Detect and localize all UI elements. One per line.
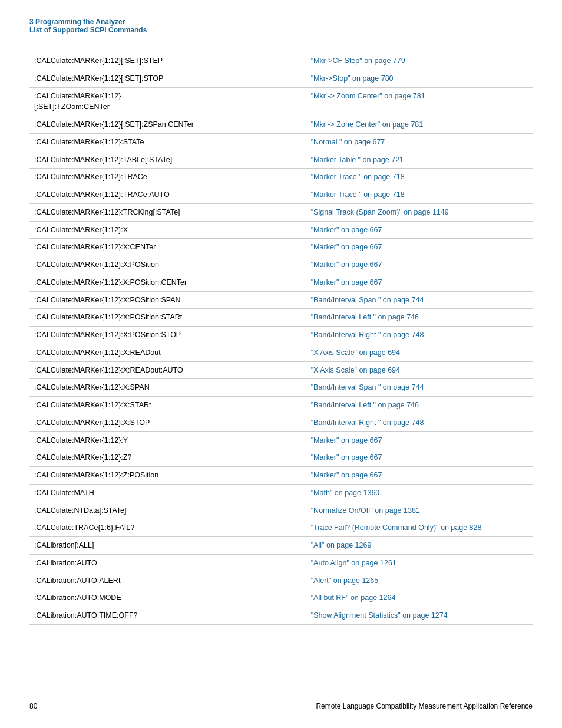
reference-cell[interactable]: "All but RF" on page 1264 (306, 589, 533, 607)
command-cell: :CALibration:AUTO:ALERt (29, 572, 306, 589)
command-cell: :CALCulate:MARKer{1:12}:X:POSition (29, 256, 306, 274)
table-row: :CALCulate:MARKer{1:12}:TRACe:AUTO"Marke… (29, 186, 533, 204)
table-row: :CALibration:AUTO:TIME:OFF?"Show Alignme… (29, 607, 533, 625)
reference-cell[interactable]: "Band/Interval Left " on page 746 (306, 397, 533, 414)
reference-cell[interactable]: "Band/Interval Left " on page 746 (306, 309, 533, 327)
table-row: :CALCulate:MARKer{1:12}:X:SPAN"Band/Inte… (29, 379, 533, 397)
command-cell: :CALCulate:MARKer{1:12} [:SET]:TZOom:CEN… (29, 87, 306, 116)
table-row: :CALCulate:MARKer{1:12}:TABLe[:STATe]"Ma… (29, 151, 533, 169)
breadcrumb-line1: 3 Programming the Analyzer (29, 18, 533, 26)
reference-cell[interactable]: "Marker Trace " on page 718 (306, 169, 533, 186)
table-row: :CALCulate:NTData[:STATe]"Normalize On/O… (29, 502, 533, 519)
table-row: :CALCulate:MARKer{1:12}[:SET]:STOP"Mkr->… (29, 70, 533, 87)
reference-cell[interactable]: "Marker" on page 667 (306, 239, 533, 256)
reference-cell[interactable]: "Auto Align" on page 1261 (306, 554, 533, 572)
reference-cell[interactable]: "Band/Interval Right " on page 748 (306, 327, 533, 344)
command-cell: :CALibration:AUTO (29, 554, 306, 572)
command-cell: :CALCulate:MARKer{1:12}[:SET]:ZSPan:CENT… (29, 116, 306, 134)
table-row: :CALCulate:MARKer{1:12}:X:POSition"Marke… (29, 256, 533, 274)
command-cell: :CALCulate:MARKer{1:12}:X:READout (29, 344, 306, 361)
table-row: :CALCulate:MARKer{1:12}:X:POSition:SPAN"… (29, 291, 533, 309)
command-cell: :CALibration:AUTO:TIME:OFF? (29, 607, 306, 625)
table-row: :CALCulate:MARKer{1:12}:Z:POSition"Marke… (29, 467, 533, 485)
command-cell: :CALCulate:MARKer{1:12}:STATe (29, 133, 306, 151)
reference-cell[interactable]: "Marker" on page 667 (306, 449, 533, 467)
table-row: :CALCulate:MARKer{1:12}:X:POSition:STOP"… (29, 327, 533, 344)
reference-cell[interactable]: "Mkr -> Zone Center" on page 781 (306, 116, 533, 134)
reference-cell[interactable]: "All" on page 1269 (306, 537, 533, 555)
table-row: :CALCulate:TRACe{1:6}:FAIL?"Trace Fail? … (29, 519, 533, 537)
table-row: :CALCulate:MARKer{1:12}:X:CENTer"Marker"… (29, 239, 533, 256)
command-cell: :CALCulate:MARKer{1:12}:X:POSition:STARt (29, 309, 306, 327)
breadcrumb-line2: List of Supported SCPI Commands (29, 26, 533, 34)
reference-cell[interactable]: "Marker" on page 667 (306, 221, 533, 239)
table-row: :CALCulate:MARKer{1:12}:X:READout"X Axis… (29, 344, 533, 361)
footer-right-text: Remote Language Compatibility Measuremen… (316, 702, 533, 710)
table-row: :CALibration:AUTO"Auto Align" on page 12… (29, 554, 533, 572)
reference-cell[interactable]: "Marker" on page 667 (306, 431, 533, 449)
reference-cell[interactable]: "Marker" on page 667 (306, 256, 533, 274)
table-row: :CALCulate:MARKer{1:12}[:SET]:STEP"Mkr->… (29, 52, 533, 70)
command-cell: :CALCulate:MATH (29, 484, 306, 502)
reference-cell[interactable]: "X Axis Scale" on page 694 (306, 344, 533, 361)
reference-cell[interactable]: "Marker" on page 667 (306, 274, 533, 291)
page-number: 80 (29, 702, 37, 710)
reference-cell[interactable]: "Marker Trace " on page 718 (306, 186, 533, 204)
reference-cell[interactable]: "Trace Fail? (Remote Command Only)" on p… (306, 519, 533, 537)
table-row: :CALCulate:MARKer{1:12}:Z?"Marker" on pa… (29, 449, 533, 467)
reference-cell[interactable]: "Math" on page 1360 (306, 484, 533, 502)
table-row: :CALCulate:MARKer{1:12}:X:STOP"Band/Inte… (29, 414, 533, 431)
table-row: :CALCulate:MATH"Math" on page 1360 (29, 484, 533, 502)
command-cell: :CALibration:AUTO:MODE (29, 589, 306, 607)
reference-cell[interactable]: "Alert" on page 1265 (306, 572, 533, 589)
command-cell: :CALCulate:NTData[:STATe] (29, 502, 306, 519)
table-row: :CALCulate:MARKer{1:12}:X:READout:AUTO"X… (29, 361, 533, 379)
reference-cell[interactable]: "Normalize On/Off" on page 1381 (306, 502, 533, 519)
command-cell: :CALCulate:MARKer{1:12}:X:READout:AUTO (29, 361, 306, 379)
command-cell: :CALCulate:MARKer{1:12}:Z:POSition (29, 467, 306, 485)
table-row: :CALCulate:MARKer{1:12}:STATe"Normal " o… (29, 133, 533, 151)
table-row: :CALCulate:MARKer{1:12} [:SET]:TZOom:CEN… (29, 87, 533, 116)
command-cell: :CALCulate:MARKer{1:12}:X (29, 221, 306, 239)
command-cell: :CALCulate:MARKer{1:12}[:SET]:STEP (29, 52, 306, 70)
table-row: :CALCulate:MARKer{1:12}:X:POSition:STARt… (29, 309, 533, 327)
table-row: :CALibration[:ALL]"All" on page 1269 (29, 537, 533, 555)
table-row: :CALCulate:MARKer{1:12}:TRACe"Marker Tra… (29, 169, 533, 186)
command-cell: :CALCulate:MARKer{1:12}:TRACe:AUTO (29, 186, 306, 204)
reference-cell[interactable]: "Band/Interval Span " on page 744 (306, 379, 533, 397)
table-row: :CALCulate:MARKer{1:12}:X:POSition:CENTe… (29, 274, 533, 291)
command-cell: :CALCulate:MARKer{1:12}:TRCKing[:STATe] (29, 203, 306, 221)
table-row: :CALCulate:MARKer{1:12}:TRCKing[:STATe]"… (29, 203, 533, 221)
command-cell: :CALCulate:TRACe{1:6}:FAIL? (29, 519, 306, 537)
command-cell: :CALCulate:MARKer{1:12}:X:POSition:STOP (29, 327, 306, 344)
reference-cell[interactable]: "Band/Interval Right " on page 748 (306, 414, 533, 431)
reference-cell[interactable]: "Mkr -> Zoom Center" on page 781 (306, 87, 533, 116)
command-cell: :CALCulate:MARKer{1:12}:X:SPAN (29, 379, 306, 397)
command-cell: :CALCulate:MARKer{1:12}:TABLe[:STATe] (29, 151, 306, 169)
reference-cell[interactable]: "Mkr->CF Step" on page 779 (306, 52, 533, 70)
command-cell: :CALCulate:MARKer{1:12}:X:STOP (29, 414, 306, 431)
command-cell: :CALCulate:MARKer{1:12}:X:STARt (29, 397, 306, 414)
table-row: :CALCulate:MARKer{1:12}:X"Marker" on pag… (29, 221, 533, 239)
command-cell: :CALCulate:MARKer{1:12}:Z? (29, 449, 306, 467)
reference-cell[interactable]: "Show Alignment Statistics" on page 1274 (306, 607, 533, 625)
command-cell: :CALCulate:MARKer{1:12}:X:POSition:CENTe… (29, 274, 306, 291)
reference-cell[interactable]: "Marker Table " on page 721 (306, 151, 533, 169)
reference-cell[interactable]: "Normal " on page 677 (306, 133, 533, 151)
command-cell: :CALCulate:MARKer{1:12}:TRACe (29, 169, 306, 186)
command-cell: :CALCulate:MARKer{1:12}:X:CENTer (29, 239, 306, 256)
scpi-table: :CALCulate:MARKer{1:12}[:SET]:STEP"Mkr->… (29, 52, 533, 625)
reference-cell[interactable]: "X Axis Scale" on page 694 (306, 361, 533, 379)
command-cell: :CALCulate:MARKer{1:12}[:SET]:STOP (29, 70, 306, 87)
reference-cell[interactable]: "Band/Interval Span " on page 744 (306, 291, 533, 309)
command-cell: :CALibration[:ALL] (29, 537, 306, 555)
table-row: :CALCulate:MARKer{1:12}[:SET]:ZSPan:CENT… (29, 116, 533, 134)
table-row: :CALibration:AUTO:MODE"All but RF" on pa… (29, 589, 533, 607)
reference-cell[interactable]: "Signal Track (Span Zoom)" on page 1149 (306, 203, 533, 221)
reference-cell[interactable]: "Mkr->Stop" on page 780 (306, 70, 533, 87)
page-header: 3 Programming the Analyzer List of Suppo… (29, 18, 533, 34)
reference-cell[interactable]: "Marker" on page 667 (306, 467, 533, 485)
command-cell: :CALCulate:MARKer{1:12}:X:POSition:SPAN (29, 291, 306, 309)
table-row: :CALCulate:MARKer{1:12}:Y"Marker" on pag… (29, 431, 533, 449)
table-row: :CALCulate:MARKer{1:12}:X:STARt"Band/Int… (29, 397, 533, 414)
